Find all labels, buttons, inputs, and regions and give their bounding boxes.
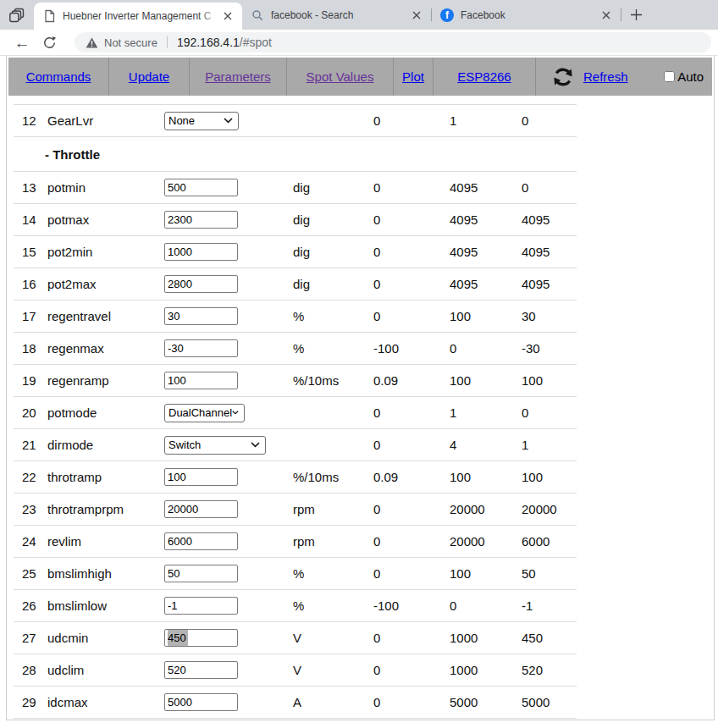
nav-link-parameters[interactable]: Parameters (205, 69, 271, 84)
close-icon[interactable] (220, 9, 235, 24)
param-value-input[interactable] (164, 565, 238, 582)
table-row: 25 bmslimhigh % 0 100 50 (14, 558, 577, 590)
param-default: -30 (522, 341, 577, 356)
table-row: 24 revlim rpm 0 20000 6000 (14, 526, 577, 558)
refresh-link[interactable]: Refresh (583, 69, 628, 84)
auto-checkbox[interactable] (664, 71, 675, 82)
param-name: regentravel (47, 309, 164, 323)
param-control (164, 565, 293, 582)
param-min: 0 (373, 438, 450, 452)
nav-cell-commands: Commands (8, 58, 109, 96)
tab-actions-button[interactable] (0, 0, 34, 30)
url-text: 192.168.4.1/#spot (177, 36, 272, 49)
param-number: 29 (22, 695, 47, 709)
address-bar[interactable]: Not secure 192.168.4.1/#spot (75, 32, 711, 52)
param-max: 4095 (450, 277, 522, 291)
param-value-input[interactable] (164, 372, 238, 389)
param-control (164, 243, 293, 261)
param-number: 26 (22, 598, 47, 613)
param-default: 1 (522, 438, 577, 452)
param-value-input[interactable] (164, 468, 238, 486)
table-row: 28 udclim V 0 1000 520 (14, 654, 577, 687)
nav-link-plot[interactable]: Plot (402, 69, 424, 84)
nav-link-esp8266[interactable]: ESP8266 (457, 69, 511, 84)
param-value-input[interactable] (164, 179, 238, 196)
param-control (164, 629, 293, 647)
nav-tools: RefreshAuto (536, 58, 712, 96)
param-value-input[interactable] (164, 275, 238, 293)
param-number: 18 (22, 341, 47, 356)
reload-button[interactable] (36, 30, 63, 54)
param-control (164, 532, 293, 550)
param-min: 0 (373, 566, 450, 581)
param-value-input[interactable] (164, 339, 238, 357)
param-default: 100 (522, 470, 577, 484)
param-value-input[interactable] (164, 243, 238, 261)
param-number: 12 (22, 113, 47, 128)
tab-title: Facebook (461, 8, 599, 22)
new-tab-button[interactable] (621, 0, 650, 30)
param-value-input[interactable] (164, 597, 238, 615)
nav-cell-spot-values: Spot Values (287, 58, 394, 96)
param-min: 0 (373, 534, 450, 549)
param-unit: rpm (293, 534, 373, 549)
nav-cell-update: Update (109, 58, 190, 96)
param-default: 4095 (522, 212, 577, 227)
param-unit: %/10ms (293, 470, 373, 484)
param-min: 0 (373, 277, 450, 291)
param-control (164, 661, 293, 679)
param-number: 21 (22, 438, 47, 452)
param-unit: % (293, 309, 373, 323)
param-unit: dig (293, 212, 373, 227)
back-button[interactable]: ← (8, 30, 36, 54)
not-secure-warning-icon (86, 37, 98, 48)
browser-toolbar: ← Not secure 192.168.4.1/#spot (0, 30, 718, 56)
param-default: 4095 (522, 245, 577, 259)
stacked-tabs-icon (8, 7, 25, 24)
param-value-input[interactable] (164, 661, 238, 679)
param-control: DualChannel (164, 404, 293, 422)
close-icon[interactable] (599, 8, 613, 22)
param-control (164, 275, 293, 293)
tab-facebook[interactable]: f Facebook (432, 0, 621, 30)
nav-link-commands[interactable]: Commands (26, 69, 91, 84)
param-control (164, 597, 293, 615)
param-name: pot2min (47, 245, 164, 259)
table-row: 29 idcmax A 0 5000 5000 (14, 687, 577, 719)
param-max: 1000 (450, 631, 522, 645)
param-name: throtramp (47, 470, 164, 484)
param-min: -100 (373, 341, 450, 356)
section-header: - Throttle (45, 147, 100, 162)
param-max: 4095 (450, 180, 522, 195)
param-value-input[interactable] (164, 500, 238, 518)
nav-link-spot-values[interactable]: Spot Values (307, 69, 374, 84)
param-value-input[interactable] (164, 532, 238, 550)
table-row: 19 regenramp %/10ms 0.09 100 100 (14, 365, 577, 397)
tab-facebook-search[interactable]: facebook - Search (242, 0, 431, 30)
param-value-input[interactable] (164, 629, 238, 647)
param-select[interactable]: None (164, 112, 239, 130)
param-unit: V (293, 663, 373, 677)
url-path: /#spot (240, 36, 272, 49)
param-default: 4095 (522, 277, 577, 291)
param-unit: % (293, 598, 373, 613)
param-name: regenmax (47, 341, 164, 356)
param-default: 520 (522, 663, 577, 677)
nav-link-update[interactable]: Update (129, 69, 169, 84)
param-select[interactable]: Switch (164, 436, 266, 455)
param-default: 20000 (522, 502, 577, 516)
close-icon[interactable] (409, 8, 423, 22)
param-value-input[interactable] (164, 211, 238, 229)
table-row: 18 regenmax % -100 0 -30 (14, 333, 577, 365)
param-min: 0 (373, 245, 450, 259)
param-unit: dig (293, 180, 373, 195)
param-select[interactable]: DualChannel (164, 404, 245, 422)
param-value-input[interactable] (164, 693, 238, 711)
tab-huebner[interactable]: Huebner Inverter Management C (34, 3, 242, 30)
param-value-input[interactable] (164, 307, 238, 325)
browser-tab-bar: Huebner Inverter Management C facebook -… (0, 0, 718, 30)
param-max: 4 (450, 438, 522, 452)
param-default: 450 (522, 631, 577, 645)
page-content: CommandsUpdateParametersSpot ValuesPlotE… (6, 56, 715, 720)
param-name: udcmin (47, 631, 164, 645)
